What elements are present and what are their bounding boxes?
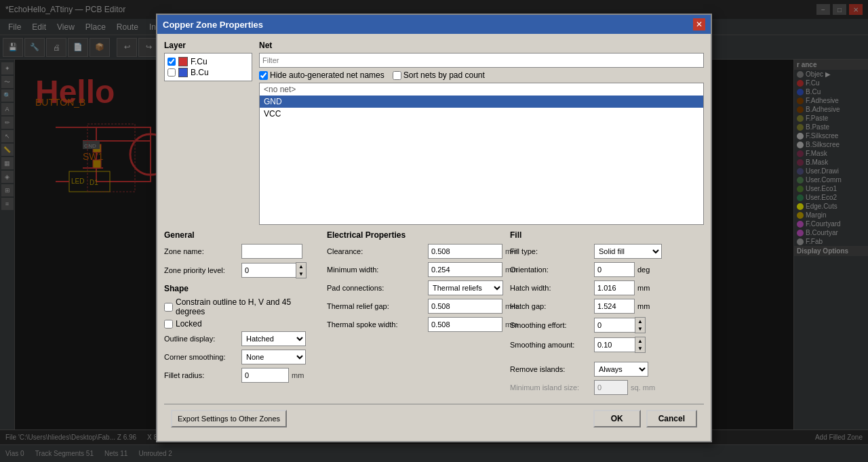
corner-smoothing-select[interactable]: None: [241, 350, 306, 364]
net-item-vcc[interactable]: VCC: [260, 108, 703, 120]
outline-display-label: Outline display:: [164, 335, 239, 343]
constrain-outline-option[interactable]: Constrain outline to H, V and 45 degrees: [164, 297, 320, 316]
layer-list: F.Cu B.Cu: [164, 53, 252, 81]
zone-name-input[interactable]: [241, 244, 302, 259]
min-island-size-label: Minimum island size:: [510, 383, 591, 392]
thermal-gap-input[interactable]: [428, 299, 502, 314]
thermal-gap-label: Thermal relief gap:: [327, 302, 425, 310]
constrain-outline-label: Constrain outline to H, V and 45 degrees: [176, 297, 320, 316]
sort-by-pad-count-label: Sort nets by pad count: [403, 70, 485, 80]
min-island-size-input[interactable]: [594, 380, 628, 395]
dialog-main-section: General Zone name: Zone priority level: …: [164, 230, 704, 398]
net-item-no-net[interactable]: <no net>: [260, 83, 703, 96]
net-item-gnd[interactable]: GND: [260, 96, 703, 108]
min-width-row: Minimum width: mm: [327, 262, 503, 277]
layer-label-fcu: F.Cu: [191, 57, 208, 66]
layer-net-section: Layer F.Cu B.Cu: [164, 41, 704, 225]
sort-by-pad-count-option[interactable]: Sort nets by pad count: [393, 70, 485, 80]
hide-auto-generated-label: Hide auto-generated net names: [270, 70, 384, 80]
pad-connections-row: Pad connections: Thermal reliefs: [327, 280, 503, 295]
smoothing-effort-input[interactable]: [594, 318, 635, 333]
zone-priority-down[interactable]: ▼: [296, 270, 306, 278]
hide-auto-generated-checkbox[interactable]: [259, 71, 268, 80]
net-list[interactable]: <no net> GND VCC: [259, 83, 704, 225]
col-fill: Fill Fill type: Solid fill Orientation: …: [510, 230, 704, 398]
hatch-width-label: Hatch width:: [510, 284, 591, 292]
fill-type-select[interactable]: Solid fill: [594, 244, 662, 259]
min-width-input[interactable]: [428, 262, 502, 277]
fillet-radius-input[interactable]: [241, 368, 289, 383]
dialog-body: Layer F.Cu B.Cu: [157, 34, 711, 441]
orientation-unit: deg: [637, 266, 650, 274]
hatch-width-input[interactable]: [594, 280, 635, 295]
smoothing-effort-spinner: ▲ ▼: [594, 317, 646, 333]
smoothing-effort-row: Smoothing effort: ▲ ▼: [510, 317, 704, 333]
smoothing-effort-btns: ▲ ▼: [635, 317, 646, 333]
locked-label: Locked: [176, 319, 202, 329]
orientation-input[interactable]: [594, 262, 635, 277]
zone-priority-row: Zone priority level: ▲ ▼: [164, 262, 320, 278]
hatch-gap-label: Hatch gap:: [510, 302, 591, 310]
smoothing-effort-label: Smoothing effort:: [510, 321, 591, 329]
layer-section-label: Layer: [164, 41, 252, 50]
fillet-radius-row: Fillet radius: mm: [164, 368, 320, 383]
fillet-radius-unit: mm: [292, 371, 304, 379]
net-section: Net Hide auto-generated net names Sort n…: [259, 41, 704, 225]
net-filter-input[interactable]: [259, 53, 704, 68]
fillet-radius-label: Fillet radius:: [164, 371, 239, 379]
locked-checkbox[interactable]: [164, 320, 173, 329]
layer-item-fcu[interactable]: F.Cu: [167, 56, 249, 67]
outline-display-select[interactable]: Hatched: [241, 331, 306, 346]
fill-type-row: Fill type: Solid fill: [510, 244, 704, 259]
pad-connections-select[interactable]: Thermal reliefs: [428, 280, 503, 295]
orientation-label: Orientation:: [510, 266, 591, 274]
dialog-close-button[interactable]: ✕: [693, 18, 705, 30]
shape-title: Shape: [164, 284, 320, 293]
thermal-spoke-input[interactable]: [428, 317, 502, 332]
hatch-width-row: Hatch width: mm: [510, 280, 704, 295]
dialog-footer: Export Settings to Other Zones OK Cancel: [164, 404, 704, 434]
col-electrical: Electrical Properties Clearance: mm Mini…: [327, 230, 503, 398]
net-filter-row: [259, 53, 704, 68]
thermal-spoke-label: Thermal spoke width:: [327, 320, 425, 329]
remove-islands-select[interactable]: Always: [594, 362, 648, 377]
smoothing-amount-input[interactable]: [594, 337, 635, 352]
zone-priority-input[interactable]: [241, 263, 296, 278]
sort-by-pad-count-checkbox[interactable]: [393, 71, 401, 80]
smoothing-effort-up[interactable]: ▲: [635, 318, 645, 325]
dialog-title-bar: Copper Zone Properties ✕: [157, 15, 711, 34]
hatch-gap-row: Hatch gap: mm: [510, 299, 704, 314]
layer-checkbox-fcu[interactable]: [167, 58, 176, 66]
smoothing-amount-row: Smoothing amount: ▲ ▼: [510, 337, 704, 353]
locked-option[interactable]: Locked: [164, 319, 320, 329]
zone-priority-spinner: ▲ ▼: [241, 262, 307, 278]
hatch-gap-unit: mm: [637, 302, 650, 310]
layer-item-bcu[interactable]: B.Cu: [167, 67, 249, 78]
layer-color-fcu: [178, 57, 188, 66]
smoothing-amount-down[interactable]: ▼: [635, 345, 645, 352]
shape-section: Shape Constrain outline to H, V and 45 d…: [164, 284, 320, 329]
min-island-unit: sq. mm: [631, 383, 655, 392]
min-island-row: Minimum island size: sq. mm: [510, 380, 704, 395]
layer-color-bcu: [178, 68, 188, 77]
outline-display-row: Outline display: Hatched: [164, 331, 320, 346]
smoothing-amount-up[interactable]: ▲: [635, 337, 645, 345]
ok-button[interactable]: OK: [593, 410, 641, 427]
constrain-outline-checkbox[interactable]: [164, 303, 173, 312]
cancel-button[interactable]: Cancel: [646, 410, 697, 427]
layer-checkbox-bcu[interactable]: [167, 68, 176, 77]
smoothing-effort-down[interactable]: ▼: [635, 325, 645, 333]
zone-priority-up[interactable]: ▲: [296, 263, 306, 270]
clearance-input[interactable]: [428, 244, 502, 259]
remove-islands-row: Remove islands: Always: [510, 362, 704, 377]
corner-smoothing-row: Corner smoothing: None: [164, 350, 320, 364]
hatch-gap-input[interactable]: [594, 299, 635, 314]
net-options-row: Hide auto-generated net names Sort nets …: [259, 70, 704, 80]
corner-smoothing-label: Corner smoothing:: [164, 353, 239, 361]
thermal-gap-row: Thermal relief gap: mm: [327, 299, 503, 314]
dialog-title: Copper Zone Properties: [163, 20, 263, 30]
export-settings-button[interactable]: Export Settings to Other Zones: [171, 410, 287, 427]
hide-auto-generated-option[interactable]: Hide auto-generated net names: [259, 70, 384, 80]
copper-zone-dialog: Copper Zone Properties ✕ Layer F.Cu: [156, 14, 712, 442]
layer-section: Layer F.Cu B.Cu: [164, 41, 252, 225]
